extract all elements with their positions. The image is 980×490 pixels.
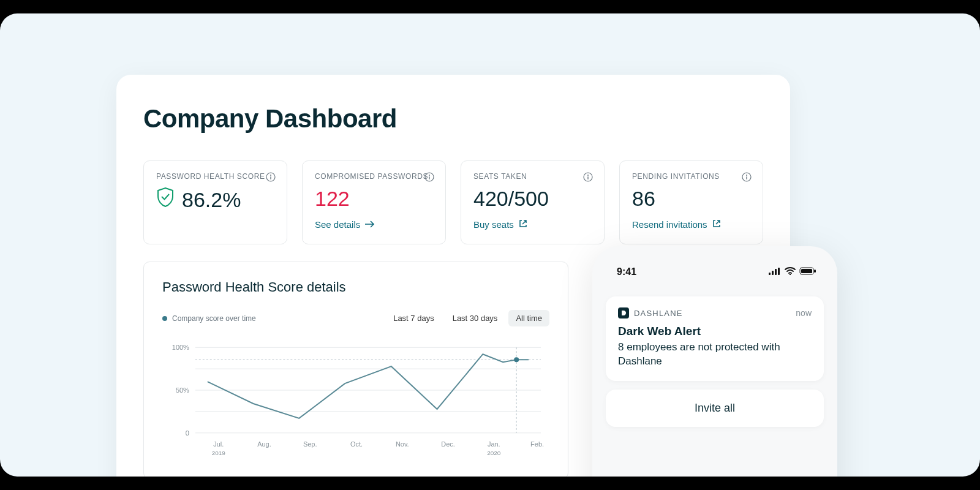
card-value: 122: [315, 187, 433, 211]
backdrop: Company Dashboard PASSWORD HEALTH SCORE …: [0, 13, 980, 477]
external-link-icon: [519, 219, 527, 230]
card-seats: SEATS TAKEN 420/500 Buy seats: [461, 160, 605, 244]
x-tick-jan: Jan.: [488, 440, 500, 448]
info-icon[interactable]: [266, 172, 276, 182]
notification-card[interactable]: DASHLANE now Dark Web Alert 8 employees …: [606, 296, 824, 381]
info-icon[interactable]: [742, 172, 752, 182]
status-icons: [769, 266, 816, 277]
tab-all-time[interactable]: All time: [508, 310, 549, 326]
y-tick-0: 0: [186, 429, 189, 437]
svg-point-4: [429, 175, 430, 176]
info-icon[interactable]: [424, 172, 434, 182]
card-value-text: 86.2%: [182, 188, 241, 212]
card-pending: PENDING INVITATIONS 86 Resend invitation…: [619, 160, 763, 244]
tab-last-30-days[interactable]: Last 30 days: [445, 310, 505, 326]
x-tick-2019: 2019: [212, 450, 226, 456]
svg-rect-22: [775, 269, 777, 275]
card-label: COMPROMISED PASSWORDS: [315, 172, 433, 181]
see-details-link[interactable]: See details: [315, 219, 375, 230]
notification-time: now: [796, 308, 812, 318]
card-value: 420/500: [473, 187, 592, 211]
svg-rect-23: [778, 268, 780, 275]
x-tick-nov: Nov.: [396, 440, 409, 448]
arrow-right-icon: [365, 219, 375, 230]
svg-rect-8: [587, 176, 588, 179]
notification-app: DASHLANE: [618, 307, 683, 318]
link-text: Buy seats: [473, 219, 514, 230]
notification-app-name: DASHLANE: [634, 309, 683, 318]
info-icon[interactable]: [583, 172, 593, 182]
cellular-icon: [769, 266, 781, 277]
wifi-icon: [785, 266, 796, 277]
notification-header: DASHLANE now: [618, 307, 812, 318]
svg-rect-11: [746, 176, 747, 179]
card-value: 86: [632, 187, 750, 211]
chart-legend: Company score over time: [162, 314, 256, 323]
x-tick-sep: Sep.: [303, 440, 317, 448]
card-value: 86.2%: [156, 187, 274, 213]
external-link-icon: [712, 219, 721, 230]
card-label: PENDING INVITATIONS: [632, 172, 750, 181]
chart-plot: 100% 50% 0 Jul.: [162, 335, 549, 464]
summary-cards: PASSWORD HEALTH SCORE 86.2% COMPROMISED …: [143, 160, 763, 244]
phone-statusbar: 9:41: [606, 263, 824, 281]
battery-icon: [799, 266, 816, 277]
page-title: Company Dashboard: [143, 104, 763, 134]
link-text: See details: [315, 219, 360, 230]
x-tick-dec: Dec.: [441, 440, 455, 448]
x-tick-oct: Oct.: [350, 440, 363, 448]
svg-point-1: [270, 175, 271, 176]
svg-rect-26: [801, 269, 812, 273]
svg-rect-2: [270, 176, 271, 179]
chart-title: Password Health Score details: [162, 279, 549, 295]
x-tick-aug: Aug.: [257, 440, 271, 448]
notification-body: 8 employees are not protected with Dashl…: [618, 341, 812, 369]
y-tick-50: 50%: [176, 386, 189, 394]
dashlane-logo-icon: [618, 307, 629, 318]
tab-last-7-days[interactable]: Last 7 days: [386, 310, 442, 326]
chart-header: Company score over time Last 7 days Last…: [162, 310, 549, 326]
svg-point-10: [746, 175, 747, 176]
svg-point-7: [587, 175, 589, 176]
svg-rect-5: [429, 176, 429, 179]
card-label: PASSWORD HEALTH SCORE: [156, 172, 274, 181]
card-label: SEATS TAKEN: [473, 172, 592, 181]
shield-check-icon: [156, 187, 175, 213]
y-tick-100: 100%: [172, 344, 189, 351]
legend-dot-icon: [162, 316, 167, 321]
x-tick-feb: Feb.: [530, 440, 544, 448]
legend-label: Company score over time: [172, 314, 256, 323]
invite-all-button[interactable]: Invite all: [606, 390, 824, 427]
phone-mockup: 9:41 DASHLANE: [592, 246, 837, 477]
svg-point-19: [514, 357, 519, 362]
buy-seats-link[interactable]: Buy seats: [473, 219, 527, 230]
svg-rect-20: [769, 273, 771, 275]
x-tick-jul: Jul.: [213, 440, 224, 448]
svg-rect-21: [772, 271, 774, 275]
link-text: Resend invitations: [632, 219, 707, 230]
chart-password-health: Password Health Score details Company sc…: [143, 262, 568, 477]
svg-point-24: [790, 274, 791, 275]
x-tick-2020: 2020: [487, 450, 501, 456]
card-compromised: COMPROMISED PASSWORDS 122 See details: [302, 160, 446, 244]
chart-svg: 100% 50% 0 Jul.: [162, 335, 549, 464]
card-password-health: PASSWORD HEALTH SCORE 86.2%: [143, 160, 287, 244]
range-tabs: Last 7 days Last 30 days All time: [386, 310, 549, 326]
resend-invitations-link[interactable]: Resend invitations: [632, 219, 721, 230]
svg-rect-27: [814, 270, 816, 273]
statusbar-time: 9:41: [617, 266, 636, 277]
notification-title: Dark Web Alert: [618, 325, 812, 338]
